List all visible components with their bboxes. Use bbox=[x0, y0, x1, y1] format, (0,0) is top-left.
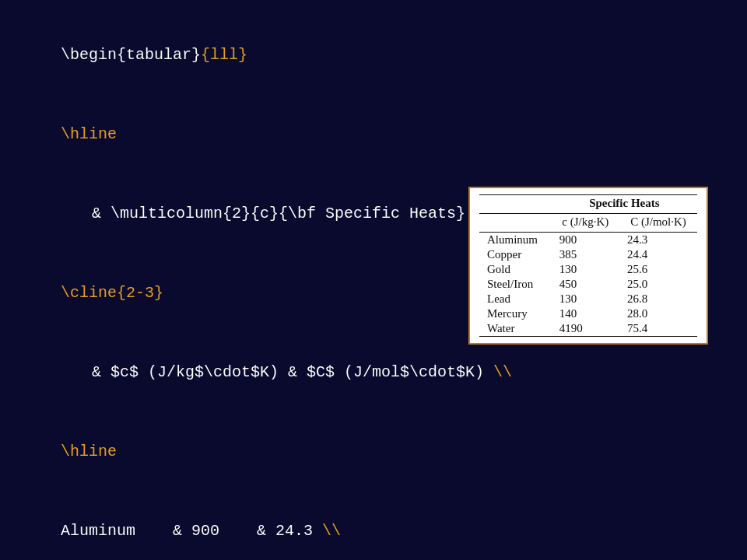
cell-C: 26.8 bbox=[619, 292, 697, 306]
cell-C: 25.6 bbox=[619, 262, 697, 277]
row-aluminum: Aluminum & 900 & 24.3 \\ bbox=[23, 492, 512, 560]
latex-code: \begin{tabular}{lll} \hline & \multicolu… bbox=[23, 16, 512, 560]
col-C-header: C (J/mol·K) bbox=[619, 214, 697, 233]
rendered-table-container: Specific Heats c (J/kg·K) C (J/mol·K) Al… bbox=[468, 187, 708, 345]
line-hline-2: \hline bbox=[23, 412, 512, 492]
cell-C: 25.0 bbox=[619, 277, 697, 292]
cell-c: 130 bbox=[552, 262, 619, 277]
table-row: Water419075.4 bbox=[479, 321, 697, 337]
table-row: Lead13026.8 bbox=[479, 292, 697, 306]
cell-name: Aluminum bbox=[479, 233, 552, 248]
cell-C: 24.4 bbox=[619, 247, 697, 262]
cell-c: 900 bbox=[552, 233, 619, 248]
cell-c: 450 bbox=[552, 277, 619, 292]
cell-c: 385 bbox=[552, 247, 619, 262]
line-begin-tabular: \begin{tabular}{lll} bbox=[23, 16, 512, 95]
table-row: Steel/Iron45025.0 bbox=[479, 277, 697, 292]
col-c-header: c (J/kg·K) bbox=[552, 214, 619, 233]
table-header-row: Specific Heats bbox=[479, 195, 697, 214]
table-row: Aluminum90024.3 bbox=[479, 233, 697, 248]
line-col-headers: & $c$ (J/kg$\cdot$K) & $C$ (J/mol$\cdot$… bbox=[23, 333, 512, 412]
empty-header-cell bbox=[479, 195, 552, 214]
cell-name: Steel/Iron bbox=[479, 277, 552, 292]
cell-C: 24.3 bbox=[619, 233, 697, 248]
cell-C: 28.0 bbox=[619, 306, 697, 321]
cell-c: 140 bbox=[552, 306, 619, 321]
line-hline-1: \hline bbox=[23, 95, 512, 174]
cell-c: 130 bbox=[552, 292, 619, 306]
specific-heats-header: Specific Heats bbox=[552, 195, 697, 214]
table-row: Mercury14028.0 bbox=[479, 306, 697, 321]
cell-name: Gold bbox=[479, 262, 552, 277]
cell-name: Copper bbox=[479, 247, 552, 262]
table-body: Aluminum90024.3Copper38524.4Gold13025.6S… bbox=[479, 233, 697, 337]
table-subheader-row: c (J/kg·K) C (J/mol·K) bbox=[479, 214, 697, 233]
cell-c: 4190 bbox=[552, 321, 619, 337]
empty-subheader bbox=[479, 214, 552, 233]
specific-heats-table: Specific Heats c (J/kg·K) C (J/mol·K) Al… bbox=[479, 194, 697, 337]
line-cline: \cline{2-3} bbox=[23, 254, 512, 333]
cell-name: Lead bbox=[479, 292, 552, 306]
table-row: Copper38524.4 bbox=[479, 247, 697, 262]
table-row: Gold13025.6 bbox=[479, 262, 697, 277]
cell-name: Water bbox=[479, 321, 552, 337]
line-multicolumn: & \multicolumn{2}{c}{\bf Specific Heats}… bbox=[23, 174, 512, 254]
cell-C: 75.4 bbox=[619, 321, 697, 337]
cell-name: Mercury bbox=[479, 306, 552, 321]
